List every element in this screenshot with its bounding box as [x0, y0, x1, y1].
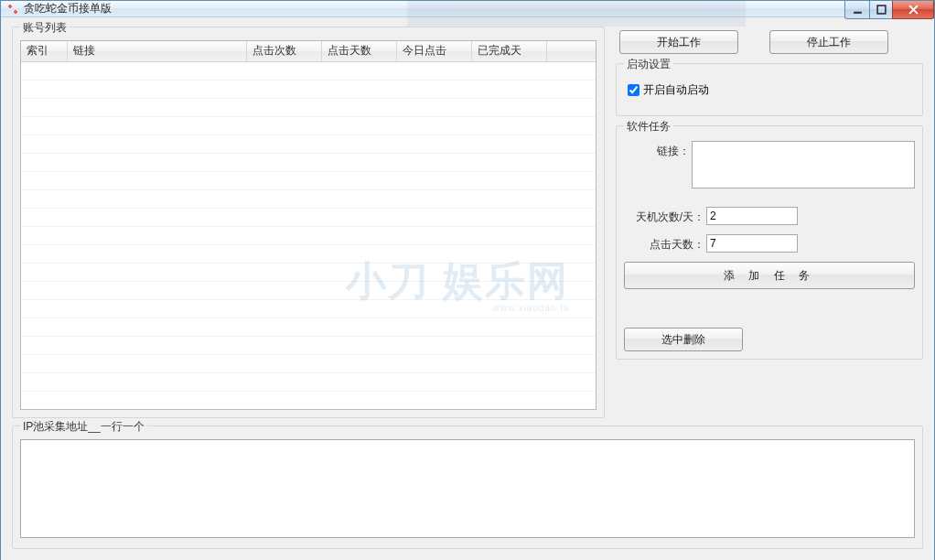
- per-day-row: 天机次数/天：: [624, 207, 915, 225]
- column-header[interactable]: [546, 41, 596, 61]
- account-list-group: 账号列表 索引链接点击次数点击天数今日点击已完成天: [12, 27, 605, 418]
- stop-button[interactable]: 停止工作: [769, 30, 888, 54]
- days-row: 点击天数：: [624, 234, 915, 253]
- table-row[interactable]: [21, 354, 596, 372]
- startup-legend: 启动设置: [624, 57, 673, 72]
- table-row[interactable]: [21, 208, 596, 226]
- column-header[interactable]: 点击天数: [321, 41, 396, 61]
- add-task-button[interactable]: 添 加 任 务: [624, 262, 915, 289]
- table-row[interactable]: [21, 153, 596, 171]
- ip-pool-legend: IP池采集地址__一行一个: [20, 419, 147, 435]
- column-header[interactable]: 已完成天: [471, 41, 546, 61]
- delete-selected-button[interactable]: 选中删除: [624, 328, 743, 351]
- days-input[interactable]: [706, 234, 798, 253]
- top-row: 账号列表 索引链接点击次数点击天数今日点击已完成天 开始工作 停止工作 启动设置: [12, 27, 923, 418]
- per-day-input[interactable]: [706, 207, 798, 225]
- app-window: 贪吃蛇金币接单版 账号列表 索引链接点击次数点击天数今日点击已完成天: [0, 0, 935, 560]
- table-row[interactable]: [21, 171, 596, 189]
- table-row[interactable]: [21, 281, 596, 299]
- column-header[interactable]: 今日点击: [396, 41, 471, 61]
- app-icon: [6, 3, 19, 16]
- autostart-row: 开启自动启动: [624, 77, 915, 103]
- table-row[interactable]: [21, 244, 596, 263]
- table-row[interactable]: [21, 226, 596, 244]
- client-area: 账号列表 索引链接点击次数点击天数今日点击已完成天 开始工作 停止工作 启动设置: [1, 17, 934, 560]
- column-header[interactable]: 链接: [67, 41, 246, 61]
- autostart-label[interactable]: 开启自动启动: [643, 82, 709, 98]
- close-button[interactable]: [892, 1, 934, 19]
- table-row[interactable]: [21, 318, 596, 336]
- account-table-container[interactable]: 索引链接点击次数点击天数今日点击已完成天: [20, 40, 596, 410]
- days-label: 点击天数：: [624, 234, 706, 253]
- titlebar[interactable]: 贪吃蛇金币接单版: [1, 1, 934, 17]
- table-row[interactable]: [21, 135, 596, 153]
- window-controls: [845, 1, 934, 19]
- table-row[interactable]: [21, 372, 596, 391]
- per-day-label: 天机次数/天：: [624, 207, 706, 225]
- window-title: 贪吃蛇金币接单版: [24, 1, 112, 16]
- link-label: 链接：: [624, 141, 692, 159]
- right-panel: 开始工作 停止工作 启动设置 开启自动启动 软件任务 链接：: [616, 27, 923, 418]
- table-row[interactable]: [21, 116, 596, 135]
- column-header[interactable]: 点击次数: [246, 41, 321, 61]
- ip-pool-input[interactable]: [20, 439, 915, 538]
- ip-pool-group: IP池采集地址__一行一个: [12, 425, 923, 549]
- minimize-button[interactable]: [844, 1, 870, 19]
- column-header[interactable]: 索引: [21, 41, 67, 61]
- top-buttons: 开始工作 停止工作: [616, 27, 923, 54]
- link-row: 链接：: [624, 141, 915, 188]
- svg-rect-0: [854, 12, 862, 14]
- table-row[interactable]: [21, 391, 596, 409]
- start-button[interactable]: 开始工作: [619, 30, 738, 54]
- table-row[interactable]: [21, 299, 596, 318]
- task-legend: 软件任务: [624, 119, 673, 135]
- startup-group: 启动设置 开启自动启动: [616, 63, 923, 116]
- table-row[interactable]: [21, 61, 596, 80]
- table-row[interactable]: [21, 189, 596, 208]
- account-list-legend: 账号列表: [20, 20, 70, 36]
- svg-rect-1: [877, 5, 886, 14]
- table-row[interactable]: [21, 80, 596, 98]
- maximize-button[interactable]: [869, 1, 893, 19]
- table-row[interactable]: [21, 263, 596, 281]
- table-row[interactable]: [21, 336, 596, 354]
- table-row[interactable]: [21, 98, 596, 116]
- autostart-checkbox[interactable]: [628, 84, 639, 96]
- task-group: 软件任务 链接： 天机次数/天： 点击天数： 添 加 任 务: [616, 125, 923, 360]
- account-table[interactable]: 索引链接点击次数点击天数今日点击已完成天: [21, 41, 596, 410]
- link-input[interactable]: [692, 141, 915, 188]
